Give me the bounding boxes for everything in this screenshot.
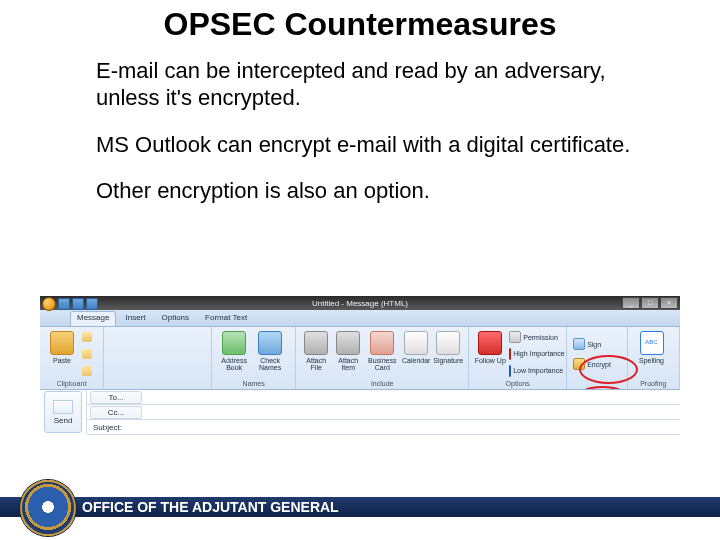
cc-button[interactable]: Cc... bbox=[90, 406, 142, 419]
maximize-button[interactable]: □ bbox=[641, 297, 659, 309]
group-options-security: Sign Encrypt bbox=[567, 327, 627, 389]
cc-row: Cc... bbox=[87, 405, 680, 420]
window-titlebar: Untitled - Message (HTML) _ □ × bbox=[40, 296, 680, 310]
to-row: To... bbox=[87, 390, 680, 405]
group-proofing: ABC Spelling Proofing bbox=[628, 327, 680, 389]
attach-file-icon bbox=[304, 331, 328, 355]
office-button-icon[interactable] bbox=[42, 297, 56, 311]
signature-button[interactable]: Signature bbox=[432, 329, 464, 364]
sign-icon bbox=[573, 338, 585, 350]
encrypt-button[interactable]: Encrypt bbox=[571, 357, 621, 371]
slide-title: OPSEC Countermeasures bbox=[0, 6, 720, 43]
tab-format-text[interactable]: Format Text bbox=[198, 311, 254, 326]
copy-icon bbox=[82, 349, 92, 359]
business-card-label: Business Card bbox=[364, 357, 400, 371]
qat-save-icon[interactable] bbox=[58, 298, 70, 310]
follow-up-button[interactable]: Follow Up bbox=[473, 329, 507, 364]
paste-label: Paste bbox=[53, 357, 71, 364]
spelling-label: Spelling bbox=[639, 357, 664, 364]
high-importance-button[interactable]: High Importance bbox=[507, 347, 561, 361]
business-card-button[interactable]: Business Card bbox=[364, 329, 400, 371]
low-importance-button[interactable]: Low Importance bbox=[507, 364, 561, 378]
cut-button[interactable] bbox=[80, 331, 94, 343]
bullet-3: Other encryption is also an option. bbox=[96, 178, 636, 205]
close-button[interactable]: × bbox=[660, 297, 678, 309]
calendar-label: Calendar bbox=[402, 357, 430, 364]
subject-label: Subject: bbox=[90, 422, 140, 433]
calendar-button[interactable]: Calendar bbox=[400, 329, 432, 364]
cut-icon bbox=[82, 332, 92, 342]
attach-item-button[interactable]: Attach Item bbox=[332, 329, 364, 371]
group-label bbox=[567, 379, 626, 389]
group-label: Include bbox=[296, 379, 468, 389]
ribbon: Paste Clipboard Ad bbox=[40, 327, 680, 390]
group-names: Address Book Check Names Names bbox=[212, 327, 296, 389]
spelling-button[interactable]: ABC Spelling bbox=[632, 329, 672, 364]
sign-button[interactable]: Sign bbox=[571, 337, 621, 351]
group-label: Names bbox=[212, 379, 295, 389]
subject-row: Subject: bbox=[87, 420, 680, 435]
encrypt-icon bbox=[573, 358, 585, 370]
permission-button[interactable]: Permission bbox=[507, 330, 561, 344]
footer-text: OFFICE OF THE ADJUTANT GENERAL bbox=[82, 497, 339, 517]
qat-redo-icon[interactable] bbox=[86, 298, 98, 310]
group-label bbox=[104, 379, 211, 389]
slide: OPSEC Countermeasures E-mail can be inte… bbox=[0, 0, 720, 540]
check-names-icon bbox=[258, 331, 282, 355]
slide-footer: OFFICE OF THE ADJUTANT GENERAL bbox=[0, 488, 720, 526]
signature-label: Signature bbox=[433, 357, 463, 364]
group-include: Attach File Attach Item Business Card Ca… bbox=[296, 327, 469, 389]
group-options-left: Follow Up Permission High Importance Low… bbox=[469, 327, 567, 389]
business-card-icon bbox=[370, 331, 394, 355]
calendar-icon bbox=[404, 331, 428, 355]
follow-up-icon bbox=[478, 331, 502, 355]
spelling-icon: ABC bbox=[640, 331, 664, 355]
slide-body: E-mail can be intercepted and read by an… bbox=[96, 58, 636, 225]
attach-file-label: Attach File bbox=[300, 357, 332, 371]
signature-icon bbox=[436, 331, 460, 355]
paste-button[interactable]: Paste bbox=[44, 329, 80, 364]
agency-seal-icon bbox=[20, 480, 76, 536]
attach-file-button[interactable]: Attach File bbox=[300, 329, 332, 371]
window-title: Untitled - Message (HTML) bbox=[312, 299, 408, 308]
paste-icon bbox=[50, 331, 74, 355]
address-book-button[interactable]: Address Book bbox=[216, 329, 252, 371]
quick-access-toolbar bbox=[42, 297, 98, 311]
outlook-screenshot: Untitled - Message (HTML) _ □ × Message … bbox=[40, 296, 680, 452]
group-label: Proofing bbox=[628, 379, 679, 389]
follow-up-label: Follow Up bbox=[475, 357, 506, 364]
tab-insert[interactable]: Insert bbox=[118, 311, 152, 326]
tab-message[interactable]: Message bbox=[70, 311, 116, 326]
check-names-button[interactable]: Check Names bbox=[252, 329, 288, 371]
minimize-button[interactable]: _ bbox=[622, 297, 640, 309]
attach-item-label: Attach Item bbox=[332, 357, 364, 371]
low-importance-icon bbox=[509, 365, 511, 377]
group-clipboard: Paste Clipboard bbox=[40, 327, 104, 389]
send-button[interactable]: Send bbox=[44, 391, 82, 433]
high-importance-icon bbox=[509, 348, 511, 360]
check-names-label: Check Names bbox=[252, 357, 288, 371]
envelope-icon bbox=[53, 400, 73, 414]
qat-undo-icon[interactable] bbox=[72, 298, 84, 310]
compose-header: Send To... Cc... Subject: bbox=[40, 390, 680, 435]
ribbon-tabs: Message Insert Options Format Text bbox=[40, 310, 680, 327]
bullet-1: E-mail can be intercepted and read by an… bbox=[96, 58, 636, 112]
group-label: Clipboard bbox=[40, 379, 103, 389]
address-book-icon bbox=[222, 331, 246, 355]
group-basic-text bbox=[104, 327, 212, 389]
format-painter-button[interactable] bbox=[80, 365, 94, 377]
address-book-label: Address Book bbox=[216, 357, 252, 371]
group-label: Options bbox=[469, 379, 566, 389]
permission-icon bbox=[509, 331, 521, 343]
to-button[interactable]: To... bbox=[90, 391, 142, 404]
tab-options[interactable]: Options bbox=[154, 311, 196, 326]
bullet-2: MS Outlook can encrypt e-mail with a dig… bbox=[96, 132, 636, 159]
attach-item-icon bbox=[336, 331, 360, 355]
format-painter-icon bbox=[82, 366, 92, 376]
copy-button[interactable] bbox=[80, 348, 94, 360]
